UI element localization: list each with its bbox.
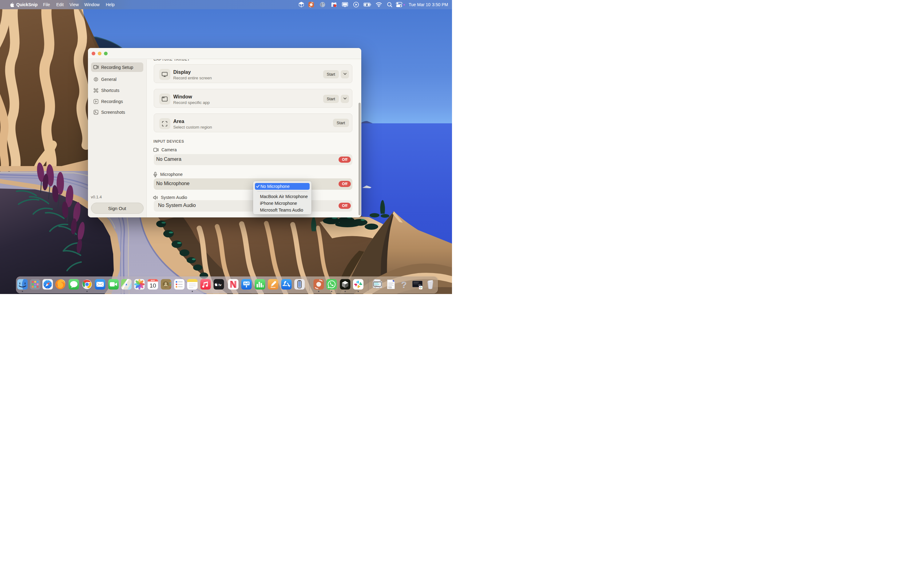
- svg-text:10: 10: [149, 282, 156, 289]
- svg-text:tv: tv: [219, 283, 222, 287]
- svg-text:TXT: TXT: [388, 287, 392, 289]
- svg-text:MAR: MAR: [151, 280, 155, 281]
- svg-text:?: ?: [401, 279, 406, 289]
